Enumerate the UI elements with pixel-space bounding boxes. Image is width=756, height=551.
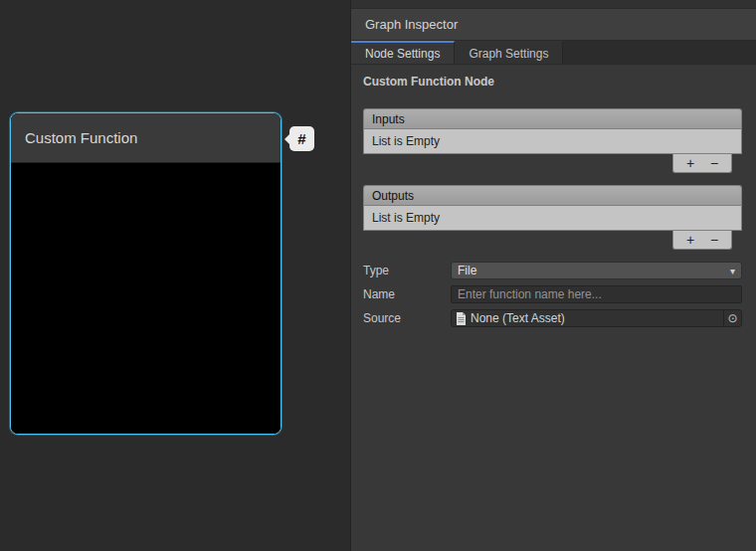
inputs-list: Inputs List is Empty + −	[363, 108, 742, 173]
inputs-list-header: Inputs	[363, 108, 742, 128]
outputs-list-footer: + −	[363, 231, 742, 250]
text-asset-icon	[456, 312, 467, 325]
function-name-input[interactable]	[451, 285, 742, 303]
remove-input-button[interactable]: −	[706, 156, 722, 170]
inspector-tabbar: Node Settings Graph Settings	[351, 41, 756, 65]
shader-graph-canvas[interactable]: Custom Function #	[0, 0, 350, 551]
source-object-value: None (Text Asset)	[471, 311, 723, 325]
chevron-down-icon: ▾	[730, 266, 735, 276]
name-label: Name	[363, 287, 451, 301]
node-body	[11, 163, 281, 435]
tabbar-spacer	[563, 41, 756, 64]
inputs-list-empty-row: List is Empty	[363, 128, 742, 154]
node-property-fields: Type File ▾ Name Source	[363, 262, 742, 327]
add-output-button[interactable]: +	[682, 233, 698, 247]
inspector-content: Custom Function Node Inputs List is Empt…	[351, 65, 756, 327]
type-dropdown[interactable]: File ▾	[451, 262, 742, 279]
hash-badge-icon[interactable]: #	[289, 126, 314, 151]
object-picker-icon[interactable]: ⊙	[723, 310, 741, 326]
outputs-list-buttons: + −	[672, 231, 732, 250]
source-field-row: Source None (Text Asset) ⊙	[363, 309, 742, 327]
source-label: Source	[363, 311, 451, 325]
add-input-button[interactable]: +	[682, 156, 698, 170]
type-label: Type	[363, 264, 451, 277]
inspector-title: Graph Inspector	[351, 8, 756, 41]
graph-inspector-panel: Graph Inspector Node Settings Graph Sett…	[350, 0, 756, 551]
outputs-list: Outputs List is Empty + −	[363, 185, 742, 250]
custom-function-node[interactable]: Custom Function	[10, 112, 282, 435]
remove-output-button[interactable]: −	[706, 233, 722, 247]
inputs-list-footer: + −	[363, 154, 742, 173]
inputs-list-buttons: + −	[672, 154, 732, 173]
tab-graph-settings[interactable]: Graph Settings	[455, 41, 563, 64]
type-dropdown-value: File	[458, 264, 476, 277]
tab-node-settings[interactable]: Node Settings	[351, 41, 455, 64]
name-field-row: Name	[363, 285, 742, 303]
outputs-list-header: Outputs	[363, 185, 742, 205]
type-field-row: Type File ▾	[363, 262, 742, 279]
source-object-field[interactable]: None (Text Asset) ⊙	[451, 309, 742, 327]
node-title: Custom Function	[11, 113, 281, 163]
section-title: Custom Function Node	[363, 75, 742, 89]
panel-top-gap	[351, 0, 756, 8]
outputs-list-empty-row: List is Empty	[363, 205, 742, 231]
